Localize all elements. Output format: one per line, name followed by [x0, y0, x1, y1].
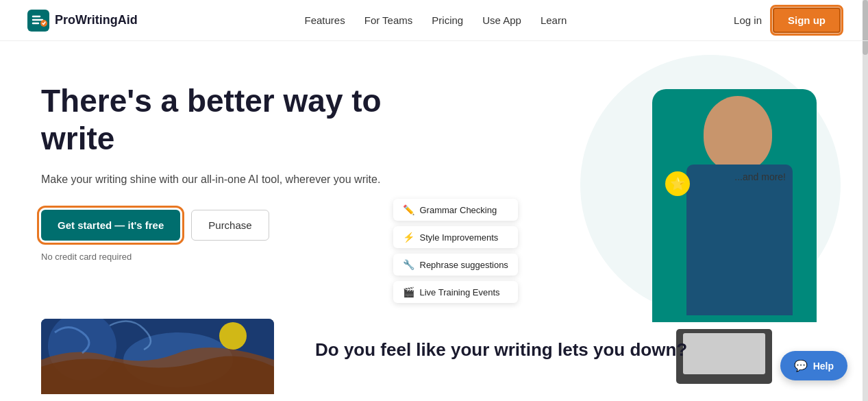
nav-features[interactable]: Features [305, 14, 345, 26]
training-icon: 🎬 [403, 287, 414, 297]
nav-for-teams[interactable]: For Teams [364, 14, 413, 26]
scrollbar[interactable] [863, 0, 868, 401]
person-head [704, 96, 772, 171]
hero-title: There's a better way to write [41, 82, 434, 158]
help-icon: 💬 [794, 359, 808, 372]
feature-pill-training: 🎬 Live Training Events [393, 281, 518, 303]
feature-pill-grammar: ✏️ Grammar Checking [393, 199, 518, 221]
nav-learn[interactable]: Learn [541, 14, 567, 26]
bottom-heading: Do you feel like your writing lets you d… [315, 339, 827, 361]
and-more-text: ...and more! [734, 171, 786, 182]
nav-links: Features For Teams Pricing Use App Learn [305, 14, 567, 26]
rephrase-label: Rephrase suggestions [420, 260, 508, 270]
art-svg [41, 319, 274, 394]
style-label: Style Improvements [420, 232, 499, 243]
logo-icon [27, 10, 49, 32]
get-started-button[interactable]: Get started — it's free [41, 210, 180, 241]
logo[interactable]: ProWritingAid [27, 10, 138, 32]
hero-illustration: ⭐ ...and more! ✏️ Grammar Checking ⚡ Sty… [434, 75, 828, 336]
starry-night-image [41, 319, 274, 394]
person-body [686, 165, 793, 315]
training-label: Live Training Events [420, 287, 500, 297]
grammar-label: Grammar Checking [420, 205, 497, 215]
help-label: Help [813, 361, 834, 372]
hero-section: There's a better way to write Make your … [0, 41, 868, 319]
purchase-button[interactable]: Purchase [191, 210, 269, 241]
login-link[interactable]: Log in [734, 14, 762, 26]
rephrase-icon: 🔧 [403, 259, 414, 270]
hero-left: There's a better way to write Make your … [41, 75, 434, 262]
hero-buttons: Get started — it's free Purchase [41, 210, 434, 241]
nav-pricing[interactable]: Pricing [432, 14, 463, 26]
nav-actions: Log in Sign up [734, 8, 841, 33]
style-icon: ⚡ [403, 232, 414, 243]
star-badge: ⭐ [665, 171, 690, 196]
feature-pills: ✏️ Grammar Checking ⚡ Style Improvements… [393, 199, 518, 303]
grammar-icon: ✏️ [403, 204, 414, 215]
logo-text: ProWritingAid [55, 13, 138, 27]
feature-pill-style: ⚡ Style Improvements [393, 226, 518, 248]
hero-subtitle: Make your writing shine with our all-in-… [41, 171, 434, 188]
help-button[interactable]: 💬 Help [780, 351, 847, 380]
signup-button[interactable]: Sign up [773, 8, 841, 33]
bottom-section: Do you feel like your writing lets you d… [0, 319, 868, 401]
feature-pill-rephrase: 🔧 Rephrase suggestions [393, 254, 518, 276]
nav-use-app[interactable]: Use App [482, 14, 521, 26]
navigation: ProWritingAid Features For Teams Pricing… [0, 0, 868, 41]
bottom-text-area: Do you feel like your writing lets you d… [274, 319, 827, 361]
svg-point-5 [219, 322, 247, 350]
no-credit-card-text: No credit card required [41, 252, 434, 262]
